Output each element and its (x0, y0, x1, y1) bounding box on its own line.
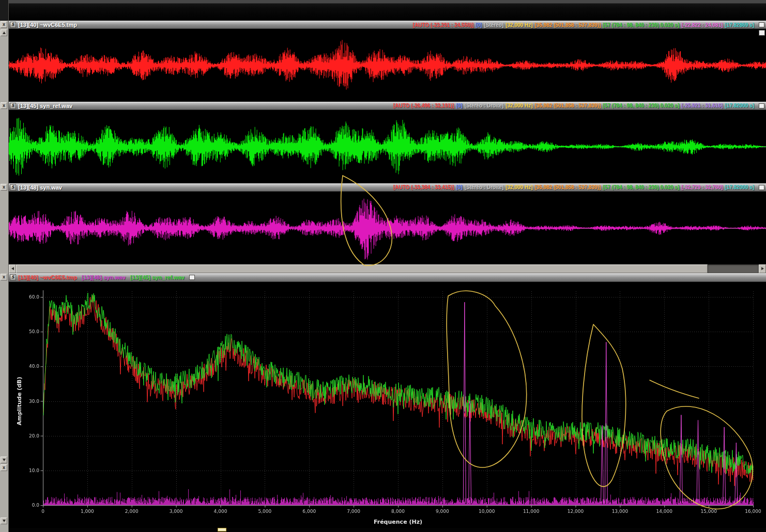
right-arrow-icon (761, 267, 764, 270)
audio-editor-window: x x x x x S [13][40] ~wvC6E5.tmp [AUTO (… (0, 0, 766, 532)
status-segment: [AUTO (-26,496 : 32,191)] (393, 103, 454, 108)
up-arrow-icon (3, 32, 6, 34)
status-segment: [Stéréo : Droite] (465, 184, 504, 190)
box-x-icon: x (3, 275, 5, 279)
status-segment: [57 (784 : 98, 840 : 239) 0.020 s] (603, 103, 679, 108)
track-title-1: [13][40] ~wvC6E5.tmp (18, 22, 77, 28)
bottom-strip (9, 528, 766, 532)
panel-toggle-icon[interactable]: x (1, 464, 7, 471)
track-icon: S (10, 103, 16, 109)
status-segment: [35,982 (501,858 : 537,839)] (534, 184, 601, 190)
track-status-3: [AUTO (-33,384 : 33,415)][0][Stéréo : Dr… (393, 184, 754, 190)
spectrum-title-segment: [13][48] syn.wav (82, 274, 126, 280)
scrollbar-thumb[interactable] (16, 264, 708, 273)
left-scroll-strip: x x x x x (0, 0, 9, 532)
status-segment: [17.82869 s] (725, 22, 754, 28)
scroll-down-button[interactable] (1, 457, 7, 463)
track-title-2: [13][45] syn_ref.wav (18, 103, 72, 109)
status-segment: [0] (456, 184, 462, 190)
track-title-3: [13][48] syn.wav (18, 184, 62, 191)
track-titlebar-3[interactable]: S [13][48] syn.wav [AUTO (-33,384 : 33,4… (9, 183, 766, 192)
box-x-icon: x (3, 466, 5, 470)
waveform-display-1[interactable] (9, 29, 766, 102)
waveform-display-3[interactable] (9, 192, 766, 264)
track-icon-glyph: S (11, 104, 14, 108)
status-segment: [AUTO (-33,384 : 33,415)] (393, 184, 454, 190)
status-segment: [17.82000 s] (725, 103, 754, 108)
track2-select-icon[interactable]: x (1, 102, 7, 109)
down-arrow-icon (3, 459, 6, 461)
track-titlebar-2[interactable]: S [13][45] syn_ref.wav [AUTO (-26,496 : … (9, 102, 766, 110)
scroll-left-button[interactable] (9, 264, 16, 273)
box-x-icon: x (3, 23, 5, 27)
status-segment: [-22,822 : 24,081] (681, 22, 723, 28)
status-segment: [32,000 Hz] (505, 103, 532, 108)
status-segment: [0] (456, 103, 462, 108)
status-segment: [AUTO (-23,291 : 24,550)] (413, 22, 474, 28)
status-segment: [35,982 (501,858 : 537,839)] (534, 22, 601, 28)
spectrum-select-icon[interactable]: x (1, 274, 7, 280)
track1-select-icon[interactable]: x (1, 21, 7, 28)
track-icon: S (10, 274, 16, 280)
track-icon-glyph: S (11, 185, 14, 190)
box-x-icon: x (3, 104, 5, 108)
track-icon-glyph: S (11, 23, 14, 27)
track-titlebar-1[interactable]: S [13][40] ~wvC6E5.tmp [AUTO (-23,291 : … (9, 21, 766, 29)
track-icon-glyph: S (11, 275, 14, 279)
status-segment: [17.82000 s] (725, 184, 754, 190)
waveform-display-2[interactable] (9, 110, 766, 183)
spectrum-title-segment: [13][40] ~wvC6E5.tmp (18, 274, 77, 280)
status-segment: [Stéréo : Droite] (465, 103, 504, 108)
spectrum-title-segment: [13][45] syn_ref.wav (130, 274, 185, 280)
titlebar-end-button[interactable] (759, 185, 764, 190)
scrollbar-track[interactable] (708, 264, 759, 273)
status-segment: [0] (476, 22, 482, 28)
spectrum-titlebar[interactable]: S [13][40] ~wvC6E5.tmp[13][48] syn.wav[1… (9, 273, 766, 282)
taskbar-item[interactable] (218, 528, 226, 531)
box-x-icon: x (3, 185, 5, 190)
status-segment: [32,000 Hz] (505, 184, 532, 190)
titlebar-end-button[interactable] (189, 275, 195, 280)
track-icon: S (10, 184, 16, 191)
status-segment: [35,982 (501,858 : 537,839)] (534, 103, 601, 108)
track-icon: S (10, 22, 16, 28)
left-strip-top (0, 0, 8, 21)
status-segment: [-32,729 : 32,760] (681, 184, 723, 190)
status-segment: [-25,921 : 31,616] (681, 103, 723, 108)
scroll-up-button[interactable] (1, 29, 7, 36)
status-segment: [32,000 Hz] (505, 22, 532, 28)
titlebar-end-button[interactable] (759, 22, 764, 27)
spectrum-title: [13][40] ~wvC6E5.tmp[13][48] syn.wav[13]… (18, 274, 185, 280)
left-arrow-icon (11, 267, 14, 270)
scroll-right-button[interactable] (759, 264, 766, 273)
down-arrow-icon (3, 520, 6, 522)
status-segment: [Stéréo] (484, 22, 503, 28)
horizontal-scrollbar[interactable] (9, 264, 766, 273)
status-segment: [57 (784 : 98, 840 : 239) 0.020 s] (603, 184, 679, 190)
status-segment: [57 (784 : 98, 840 : 239) 0.020 s] (603, 22, 679, 28)
scroll-down-button-2[interactable] (1, 518, 7, 524)
main-column: S [13][40] ~wvC6E5.tmp [AUTO (-23,291 : … (9, 0, 766, 532)
wave1-scroll-button[interactable] (759, 30, 765, 36)
track-status-2: [AUTO (-26,496 : 32,191)][0][Stéréo : Dr… (393, 103, 754, 108)
spectrum-display[interactable] (9, 282, 766, 528)
track3-select-icon[interactable]: x (1, 184, 7, 191)
track-status-1: [AUTO (-23,291 : 24,550)][0][Stéréo][32,… (413, 22, 754, 28)
titlebar-end-button[interactable] (759, 103, 764, 108)
spectrum-panel (9, 282, 766, 528)
window-top-chrome (9, 0, 766, 21)
